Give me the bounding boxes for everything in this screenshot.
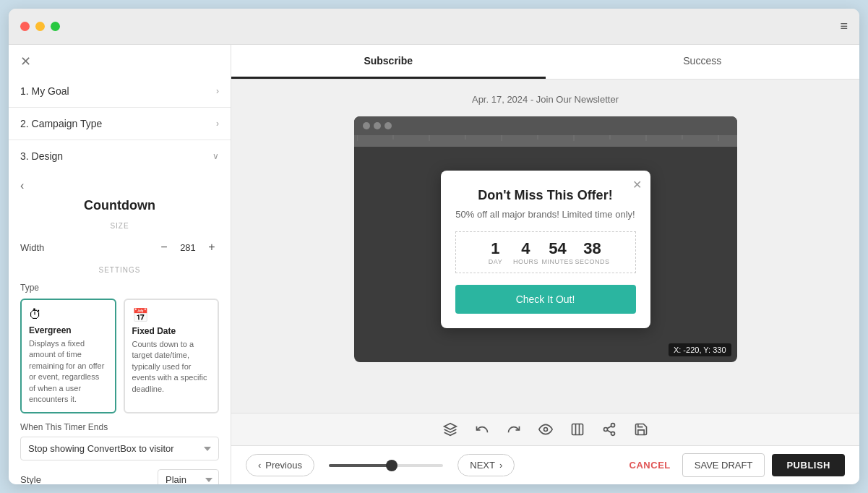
close-light[interactable] [20,22,30,31]
next-arrow-icon: › [499,460,502,471]
browser-ruler [354,135,737,147]
sidebar-section-campaign-header[interactable]: 2. Campaign Type › [9,108,231,140]
minimize-light[interactable] [35,22,45,31]
back-icon: ‹ [20,179,24,192]
save-file-button[interactable] [634,422,648,437]
timer-ends-label: When This Timer Ends [20,422,219,432]
popup-title: Don't Miss This Offer! [455,188,636,203]
sidebar-section-goal-label: 1. My Goal [20,85,69,97]
size-section-label: SIZE [20,222,219,230]
sidebar-section-campaign-label: 2. Campaign Type [20,118,102,129]
evergreen-icon: ⏱ [29,307,108,322]
sidebar-section-design: 3. Design ∨ ‹ Countdown SIZE Width − 281 [9,140,231,484]
timer-ends-select[interactable]: Stop showing ConvertBox to visitor Reset… [20,437,219,460]
svg-rect-14 [572,424,583,435]
publish-button[interactable]: PUBLISH [772,454,845,476]
popup-subtitle: 50% off all major brands! Limited time o… [455,209,636,220]
tabs: Subscribe Success [231,45,859,80]
resize-button[interactable] [570,422,585,437]
sidebar-section-campaign: 2. Campaign Type › [9,108,231,140]
countdown-seconds-value: 38 [575,239,609,258]
tab-success[interactable]: Success [546,45,860,79]
svg-line-18 [607,430,611,432]
width-label: Width [20,242,44,253]
app-window: ≡ ✕ 1. My Goal › 2. Campaign Type › [9,9,859,484]
countdown-minutes-label: MINUTES [541,258,573,265]
tab-subscribe[interactable]: Subscribe [231,45,546,79]
chevron-right-icon-campaign: › [216,119,219,129]
previous-button[interactable]: ‹ Previous [246,454,314,476]
next-label: NEXT [470,460,495,471]
panel-back-button[interactable]: ‹ [20,179,219,192]
fixed-date-desc: Counts down to a target date/time, typic… [132,339,211,395]
style-select[interactable]: Plain Dark Minimal [158,469,219,484]
bottom-bar: ‹ Previous NEXT › CANCEL SAVE DRAFT PUBL… [231,445,859,484]
browser-mockup: ✕ Don't Miss This Offer! 50% off all maj… [354,116,737,362]
popup-close-button[interactable]: ✕ [632,178,642,192]
menu-icon[interactable]: ≡ [840,19,848,34]
countdown-grid: 1 DAY 4 HOURS 54 MINUTES [455,231,636,273]
countdown-unit-day: 1 DAY [481,239,510,265]
svg-point-13 [543,428,547,432]
browser-toolbar [354,116,737,135]
svg-marker-12 [444,424,456,429]
type-field-label: Type [20,283,219,293]
svg-point-16 [603,428,607,432]
evergreen-desc: Displays a fixed amount of time remainin… [29,338,108,405]
svg-line-19 [607,426,611,428]
countdown-day-label: DAY [481,258,510,265]
progress-track [329,464,443,467]
icon-toolbar [231,413,859,445]
style-row: Style Plain Dark Minimal [20,469,219,484]
layers-button[interactable] [443,422,457,437]
width-value: 281 [177,242,199,253]
eye-button[interactable] [538,422,553,437]
countdown-hours-value: 4 [511,239,540,258]
browser-dot-3 [384,122,392,129]
preview-label: Apr. 17, 2024 - Join Our Newsletter [472,94,619,105]
titlebar: ≡ [9,9,859,45]
type-option-fixed-date[interactable]: 📅 Fixed Date Counts down to a target dat… [124,299,220,413]
share-button[interactable] [602,422,616,437]
redo-button[interactable] [507,422,521,437]
sidebar-close-area: ✕ [9,45,231,75]
width-decrease-button[interactable]: − [157,240,171,254]
prev-arrow-icon: ‹ [258,460,261,471]
fixed-date-icon: 📅 [132,307,211,323]
cancel-button[interactable]: CANCEL [629,460,671,471]
countdown-seconds-label: SECONDS [575,258,609,265]
svg-point-15 [611,424,614,427]
width-increase-button[interactable]: + [205,240,219,254]
settings-section-label: SETTINGS [20,266,219,274]
sidebar: ✕ 1. My Goal › 2. Campaign Type › 3. Des… [9,45,231,484]
style-label: Style [20,474,41,484]
save-draft-button[interactable]: SAVE DRAFT [682,453,765,477]
countdown-unit-minutes: 54 MINUTES [541,239,573,265]
undo-button[interactable] [475,422,489,437]
sidebar-section-design-header[interactable]: 3. Design ∨ [9,140,231,172]
type-option-evergreen[interactable]: ⏱ Evergreen Displays a fixed amount of t… [20,299,116,413]
fixed-date-name: Fixed Date [132,326,211,336]
next-button[interactable]: NEXT › [457,454,515,476]
browser-dot-1 [363,122,370,129]
chevron-right-icon: › [216,86,219,96]
sidebar-section-goal-header[interactable]: 1. My Goal › [9,75,231,107]
width-controls: − 281 + [157,240,219,254]
svg-rect-0 [357,135,734,147]
popup-container: ✕ Don't Miss This Offer! 50% off all maj… [354,147,737,352]
width-row: Width − 281 + [20,236,219,259]
type-options: ⏱ Evergreen Displays a fixed amount of t… [20,299,219,413]
progress-thumb[interactable] [386,460,398,471]
design-panel: ‹ Countdown SIZE Width − 281 + SETTINGS … [9,172,231,484]
popup-cta-button[interactable]: Check It Out! [455,285,636,314]
countdown-hours-label: HOURS [511,258,540,265]
evergreen-name: Evergreen [29,325,108,335]
fullscreen-light[interactable] [51,22,60,31]
svg-point-17 [611,432,614,435]
close-button[interactable]: ✕ [20,53,31,69]
previous-label: Previous [265,460,302,471]
browser-dot-2 [374,122,381,129]
coord-badge: X: -220, Y: 330 [669,343,731,356]
countdown-unit-hours: 4 HOURS [511,239,540,265]
chevron-down-icon-design: ∨ [212,151,219,161]
